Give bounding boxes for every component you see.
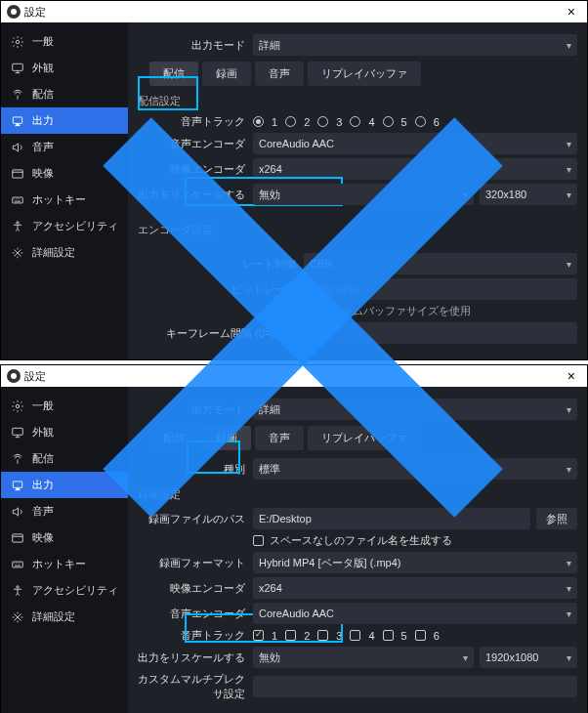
- track-radio-4[interactable]: [350, 116, 360, 127]
- svg-rect-3: [13, 169, 23, 177]
- record-path-label: 録画ファイルのパス: [138, 512, 253, 526]
- track-radio-1[interactable]: [253, 116, 264, 127]
- sidebar-item-advanced[interactable]: 詳細設定: [1, 604, 128, 630]
- nospace-filename-label: スペースなしのファイル名を生成する: [270, 533, 452, 548]
- record-path-input[interactable]: E:/Desktop: [253, 508, 530, 529]
- accessibility-icon: [11, 220, 24, 233]
- sidebar-item-appearance[interactable]: 外観: [1, 55, 128, 81]
- track-radio-5[interactable]: [383, 116, 394, 127]
- stream-settings-title: 配信設定: [138, 94, 577, 108]
- sidebar-item-general[interactable]: 一般: [1, 393, 128, 419]
- rescale-select[interactable]: 無効: [253, 184, 474, 205]
- sidebar-item-video[interactable]: 映像: [1, 524, 128, 551]
- track-check-1[interactable]: [253, 630, 264, 641]
- sidebar-item-video[interactable]: 映像: [1, 160, 128, 187]
- mux-label: カスタムマルチプレクサ設定: [138, 672, 253, 701]
- audio-track-label: 音声トラック: [138, 114, 253, 129]
- audio-track-radios: 1 2 3 4 5 6: [253, 116, 577, 128]
- tools-icon: [11, 610, 24, 624]
- sidebar-item-stream[interactable]: 配信: [1, 445, 128, 472]
- track-check-4[interactable]: [350, 630, 360, 641]
- sidebar-item-appearance[interactable]: 外観: [1, 419, 128, 445]
- settings-window-bottom: 設定 × 一般 外観 配信 出力 音声 映像 ホットキー アクセシビリティ 詳細…: [0, 364, 588, 713]
- sidebar: 一般 外観 配信 出力 音声 映像 ホットキー アクセシビリティ 詳細設定: [1, 22, 128, 359]
- svg-point-6: [16, 404, 20, 408]
- rescale-dim-select[interactable]: 320x180: [480, 184, 577, 205]
- speaker-icon: [11, 505, 24, 519]
- tab-audio[interactable]: 音声: [255, 426, 304, 450]
- sidebar-item-label: ホットキー: [32, 192, 86, 207]
- svg-rect-8: [13, 481, 21, 486]
- track-check-5[interactable]: [383, 630, 394, 641]
- sidebar-item-label: 外観: [32, 61, 54, 75]
- tab-replay[interactable]: リプレイバッファ: [308, 426, 421, 450]
- sidebar-item-advanced[interactable]: 詳細設定: [1, 239, 128, 266]
- nospace-filename-check[interactable]: [253, 535, 264, 546]
- output-tabs: 配信 録画 音声 リプレイバッファ: [149, 62, 577, 86]
- tools-icon: [11, 246, 24, 260]
- track-radio-2[interactable]: [285, 116, 296, 127]
- record-format-select[interactable]: Hybrid MP4 [ベータ版] (.mp4): [253, 552, 577, 573]
- rescale-dim-select[interactable]: 1920x1080: [480, 647, 577, 668]
- keyframe-input[interactable]: 2 s: [304, 322, 577, 344]
- track-check-3[interactable]: [317, 630, 328, 641]
- keyboard-icon: [11, 558, 24, 571]
- output-mode-select[interactable]: 詳細: [253, 398, 577, 420]
- sidebar-item-accessibility[interactable]: アクセシビリティ: [1, 213, 128, 239]
- record-settings-title: 録画設定: [138, 487, 577, 502]
- titlebar: 設定 ×: [1, 365, 587, 387]
- sidebar-item-label: 詳細設定: [32, 245, 75, 260]
- tab-audio[interactable]: 音声: [255, 62, 304, 86]
- sidebar-item-general[interactable]: 一般: [1, 28, 128, 55]
- sidebar-item-label: 映像: [32, 166, 54, 181]
- video-icon: [11, 167, 24, 181]
- antenna-icon: [11, 452, 24, 466]
- sidebar-item-audio[interactable]: 音声: [1, 498, 128, 524]
- tab-replay[interactable]: リプレイバッファ: [308, 62, 421, 86]
- monitor-icon: [11, 426, 24, 440]
- sidebar-item-output[interactable]: 出力: [1, 472, 128, 498]
- record-type-select[interactable]: 標準: [253, 458, 577, 480]
- keyboard-icon: [11, 193, 24, 207]
- svg-rect-2: [13, 116, 21, 122]
- video-encoder-select[interactable]: x264: [253, 577, 577, 599]
- svg-rect-4: [13, 197, 23, 203]
- svg-point-11: [17, 585, 19, 587]
- track-check-2[interactable]: [285, 630, 296, 641]
- sidebar-item-label: 出力: [32, 113, 54, 128]
- rate-control-select[interactable]: CBR: [304, 253, 577, 274]
- sidebar-item-hotkeys[interactable]: ホットキー: [1, 187, 128, 213]
- close-button[interactable]: ×: [562, 368, 581, 384]
- sidebar-item-accessibility[interactable]: アクセシビリティ: [1, 577, 128, 604]
- browse-button[interactable]: 参照: [536, 508, 577, 529]
- mux-input[interactable]: [253, 676, 577, 697]
- svg-point-0: [16, 40, 20, 44]
- rescale-select[interactable]: 無効: [253, 647, 474, 668]
- track-radio-3[interactable]: [317, 116, 328, 127]
- bitrate-input[interactable]: 6000 Kbps: [304, 278, 577, 300]
- window-title: 設定: [24, 369, 46, 384]
- track-radio-6[interactable]: [415, 116, 426, 127]
- track-check-6[interactable]: [415, 630, 426, 641]
- sidebar-item-hotkeys[interactable]: ホットキー: [1, 551, 128, 577]
- output-icon: [11, 114, 24, 128]
- sidebar-item-output[interactable]: 出力: [1, 107, 128, 134]
- svg-point-5: [17, 221, 19, 223]
- main-content: 出力モード 詳細 配信 録画 音声 リプレイバッファ 種別 標準 録画設定 録画…: [128, 387, 587, 713]
- sidebar-item-label: 配信: [32, 87, 54, 102]
- output-mode-select[interactable]: 詳細: [253, 34, 577, 56]
- speaker-icon: [11, 141, 24, 154]
- video-icon: [11, 531, 24, 545]
- output-icon: [11, 479, 24, 492]
- sidebar-item-stream[interactable]: 配信: [1, 81, 128, 107]
- custom-buffer-check[interactable]: [304, 306, 315, 316]
- window-title: 設定: [24, 5, 46, 20]
- audio-encoder-select[interactable]: CoreAudio AAC: [253, 603, 577, 624]
- close-button[interactable]: ×: [562, 4, 581, 20]
- rescale-label: 出力をリスケールする: [138, 650, 253, 665]
- audio-encoder-select[interactable]: CoreAudio AAC: [253, 133, 577, 154]
- tab-record[interactable]: 録画: [202, 62, 251, 86]
- highlight-tab-record: [187, 440, 240, 474]
- video-encoder-label: 映像エンコーダ: [138, 581, 253, 596]
- sidebar-item-audio[interactable]: 音声: [1, 134, 128, 160]
